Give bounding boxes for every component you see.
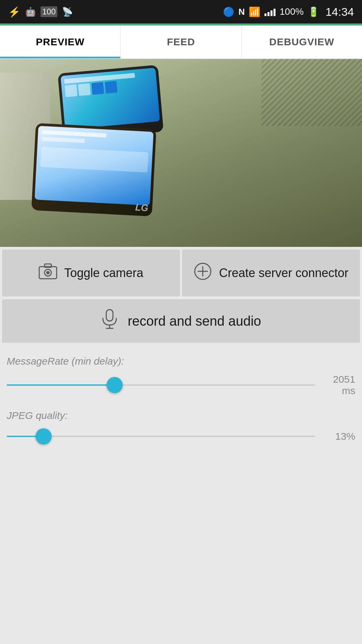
android-icon: 🤖 — [25, 7, 36, 17]
jpeg-quality-slider-row: 13% — [7, 428, 355, 445]
message-rate-label: MessageRate (min delay): — [7, 356, 355, 367]
cables-decoration — [261, 59, 362, 126]
svg-rect-1 — [45, 264, 51, 267]
jpeg-quality-track — [7, 436, 315, 437]
camera-icon — [39, 263, 57, 283]
battery-icon: 🔋 — [308, 6, 319, 17]
button-row: Toggle camera Create server connector — [0, 247, 362, 299]
camera-preview: LG — [0, 59, 362, 247]
nfc-icon: N — [239, 7, 245, 17]
tab-feed[interactable]: FEED — [121, 25, 241, 58]
microphone-icon — [101, 309, 118, 333]
usb-icon: ⚡ — [8, 6, 20, 18]
status-bar-right-icons: 🔵 N 📶 100% 🔋 14:34 — [223, 5, 354, 18]
message-rate-slider-row: 2051 ms — [7, 374, 355, 396]
message-rate-track — [7, 384, 315, 386]
message-rate-slider-group: MessageRate (min delay): 2051 ms — [7, 356, 355, 396]
signal-icon — [264, 7, 276, 16]
jpeg-quality-slider[interactable] — [7, 428, 315, 445]
add-circle-icon — [193, 262, 212, 284]
rx-icon: 📡 — [62, 7, 73, 17]
status-bar: ⚡ 🤖 100 📡 🔵 N 📶 100% 🔋 14:34 — [0, 0, 362, 23]
jpeg-quality-thumb[interactable] — [36, 428, 52, 444]
battery-percentage: 100% — [280, 6, 304, 17]
record-audio-button[interactable]: record and send audio — [2, 299, 360, 343]
message-rate-slider[interactable] — [7, 377, 315, 393]
phone-bottom-screen — [35, 126, 154, 206]
create-server-connector-button[interactable]: Create server connector — [182, 250, 360, 297]
toggle-camera-button[interactable]: Toggle camera — [2, 250, 180, 297]
svg-rect-7 — [106, 310, 113, 321]
create-server-connector-label: Create server connector — [219, 265, 348, 281]
status-time: 14:34 — [325, 5, 354, 18]
svg-point-3 — [46, 271, 50, 274]
message-rate-thumb[interactable] — [107, 377, 123, 393]
sliders-section: MessageRate (min delay): 2051 ms JPEG qu… — [0, 345, 362, 472]
bluetooth-icon: 🔵 — [223, 6, 235, 17]
message-rate-fill — [7, 384, 115, 386]
phone-top-screen — [61, 68, 160, 129]
record-audio-label: record and send audio — [128, 314, 261, 329]
tab-preview[interactable]: PREVIEW — [0, 25, 121, 58]
jpeg-quality-label: JPEG quality: — [7, 410, 355, 421]
toggle-camera-label: Toggle camera — [64, 265, 143, 281]
battery-100-icon: 100 — [41, 6, 57, 17]
message-rate-value: 2051 ms — [322, 374, 355, 396]
status-bar-left-icons: ⚡ 🤖 100 📡 — [8, 6, 73, 18]
jpeg-quality-value: 13% — [322, 431, 355, 442]
tab-debugview[interactable]: DEBUGVIEW — [242, 25, 362, 58]
wifi-icon: 📶 — [249, 6, 260, 17]
jpeg-quality-slider-group: JPEG quality: 13% — [7, 410, 355, 445]
phone-device-bottom: LG — [31, 123, 156, 216]
tab-bar: PREVIEW FEED DEBUGVIEW — [0, 25, 362, 59]
